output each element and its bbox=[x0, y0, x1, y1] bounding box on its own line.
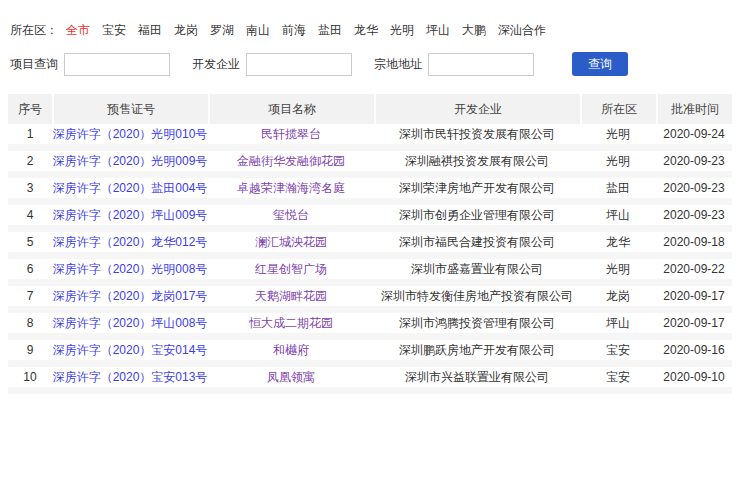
project-name: 红星创智广场 bbox=[208, 261, 374, 278]
column-header-5: 批准时间 bbox=[656, 94, 732, 124]
district-tab-6[interactable]: 前海 bbox=[282, 22, 306, 39]
permit-no: 深房许字（2020）坪山009号 bbox=[52, 207, 208, 224]
row-index: 9 bbox=[8, 343, 52, 357]
project-name-link[interactable]: 民轩揽翠台 bbox=[261, 127, 321, 141]
approval-date: 2020-09-18 bbox=[656, 235, 732, 249]
approval-date: 2020-09-10 bbox=[656, 370, 732, 384]
column-header-3: 开发企业 bbox=[374, 94, 580, 124]
project-name-link[interactable]: 卓越荣津瀚海湾名庭 bbox=[237, 181, 345, 195]
permit-no-link[interactable]: 深房许字（2020）坪山008号 bbox=[53, 316, 208, 330]
district-tab-1[interactable]: 宝安 bbox=[102, 22, 126, 39]
district-tab-2[interactable]: 福田 bbox=[138, 22, 162, 39]
row-index: 1 bbox=[8, 127, 52, 141]
district-tab-all[interactable]: 全市 bbox=[66, 22, 90, 39]
row-index: 10 bbox=[8, 370, 52, 384]
approval-date: 2020-09-24 bbox=[656, 127, 732, 141]
table-row: 1深房许字（2020）光明010号民轩揽翠台深圳市民轩投资发展有限公司光明202… bbox=[8, 124, 732, 151]
permit-no: 深房许字（2020）龙岗017号 bbox=[52, 288, 208, 305]
project-search-input[interactable] bbox=[64, 53, 170, 76]
district-tabs: 全市宝安福田龙岗罗湖南山前海盐田龙华光明坪山大鹏深汕合作 bbox=[66, 22, 558, 39]
row-index: 4 bbox=[8, 208, 52, 222]
permit-no-link[interactable]: 深房许字（2020）光明008号 bbox=[53, 262, 208, 276]
developer: 深圳市特发衡佳房地产投资有限公司 bbox=[374, 288, 580, 305]
project-name: 玺悦台 bbox=[208, 207, 374, 224]
permit-no-link[interactable]: 深房许字（2020）宝安014号 bbox=[53, 343, 208, 357]
district-tab-4[interactable]: 罗湖 bbox=[210, 22, 234, 39]
district: 宝安 bbox=[580, 342, 656, 359]
query-button[interactable]: 查询 bbox=[572, 52, 628, 76]
district-filter-label: 所在区： bbox=[10, 22, 58, 39]
approval-date: 2020-09-23 bbox=[656, 154, 732, 168]
project-name: 澜汇城泱花园 bbox=[208, 234, 374, 251]
table-row: 6深房许字（2020）光明008号红星创智广场深圳市盛嘉置业有限公司光明2020… bbox=[8, 259, 732, 286]
table-row: 3深房许字（2020）盐田004号卓越荣津瀚海湾名庭深圳荣津房地产开发有限公司盐… bbox=[8, 178, 732, 205]
project-name-link[interactable]: 恒大成二期花园 bbox=[249, 316, 333, 330]
district: 光明 bbox=[580, 261, 656, 278]
project-name-link[interactable]: 金融街华发融御花园 bbox=[237, 154, 345, 168]
district: 坪山 bbox=[580, 207, 656, 224]
column-header-2: 项目名称 bbox=[208, 94, 374, 124]
developer-input[interactable] bbox=[246, 53, 352, 76]
developer: 深圳市福民合建投资有限公司 bbox=[374, 234, 580, 251]
approval-date: 2020-09-16 bbox=[656, 343, 732, 357]
developer: 深圳市鸿腾投资管理有限公司 bbox=[374, 315, 580, 332]
permit-no-link[interactable]: 深房许字（2020）光明009号 bbox=[53, 154, 208, 168]
district: 光明 bbox=[580, 126, 656, 143]
permit-no-link[interactable]: 深房许字（2020）龙岗017号 bbox=[53, 289, 208, 303]
project-name: 和樾府 bbox=[208, 342, 374, 359]
district: 盐田 bbox=[580, 180, 656, 197]
column-header-4: 所在区 bbox=[580, 94, 656, 124]
developer-input-label: 开发企业 bbox=[192, 56, 240, 73]
project-search-input-group: 项目查询 bbox=[10, 53, 170, 76]
developer: 深圳鹏跃房地产开发有限公司 bbox=[374, 342, 580, 359]
row-index: 2 bbox=[8, 154, 52, 168]
district-tab-7[interactable]: 盐田 bbox=[318, 22, 342, 39]
table-row: 8深房许字（2020）坪山008号恒大成二期花园深圳市鸿腾投资管理有限公司坪山2… bbox=[8, 313, 732, 340]
permit-no: 深房许字（2020）光明008号 bbox=[52, 261, 208, 278]
column-header-1: 预售证号 bbox=[52, 94, 208, 124]
developer: 深圳荣津房地产开发有限公司 bbox=[374, 180, 580, 197]
project-name-link[interactable]: 澜汇城泱花园 bbox=[255, 235, 327, 249]
table-body: 1深房许字（2020）光明010号民轩揽翠台深圳市民轩投资发展有限公司光明202… bbox=[8, 124, 732, 394]
developer: 深圳市创勇企业管理有限公司 bbox=[374, 207, 580, 224]
permit-no: 深房许字（2020）光明010号 bbox=[52, 126, 208, 143]
parcel-address-input-group: 宗地地址 bbox=[374, 53, 534, 76]
district-tab-9[interactable]: 光明 bbox=[390, 22, 414, 39]
row-index: 7 bbox=[8, 289, 52, 303]
project-name-link[interactable]: 红星创智广场 bbox=[255, 262, 327, 276]
permit-no: 深房许字（2020）光明009号 bbox=[52, 153, 208, 170]
permit-no: 深房许字（2020）龙华012号 bbox=[52, 234, 208, 251]
permit-no-link[interactable]: 深房许字（2020）坪山009号 bbox=[53, 208, 208, 222]
district-tab-11[interactable]: 大鹏 bbox=[462, 22, 486, 39]
permit-no-link[interactable]: 深房许字（2020）宝安013号 bbox=[53, 370, 208, 384]
permit-no-link[interactable]: 深房许字（2020）光明010号 bbox=[53, 127, 208, 141]
project-name: 天鹅湖畔花园 bbox=[208, 288, 374, 305]
project-name: 民轩揽翠台 bbox=[208, 126, 374, 143]
row-index: 8 bbox=[8, 316, 52, 330]
developer-input-group: 开发企业 bbox=[192, 53, 352, 76]
project-name-link[interactable]: 玺悦台 bbox=[273, 208, 309, 222]
project-name-link[interactable]: 凤凰领寓 bbox=[267, 370, 315, 384]
district-tab-8[interactable]: 龙华 bbox=[354, 22, 378, 39]
search-fields: 项目查询开发企业宗地地址 bbox=[10, 53, 556, 76]
developer: 深圳市兴益联置业有限公司 bbox=[374, 369, 580, 386]
approval-date: 2020-09-23 bbox=[656, 208, 732, 222]
permit-no-link[interactable]: 深房许字（2020）龙华012号 bbox=[53, 235, 208, 249]
permit-no-link[interactable]: 深房许字（2020）盐田004号 bbox=[53, 181, 208, 195]
project-name: 恒大成二期花园 bbox=[208, 315, 374, 332]
district-tab-12[interactable]: 深汕合作 bbox=[498, 22, 546, 39]
column-header-0: 序号 bbox=[8, 94, 52, 124]
district-filter: 所在区： 全市宝安福田龙岗罗湖南山前海盐田龙华光明坪山大鹏深汕合作 bbox=[8, 0, 732, 39]
district-tab-5[interactable]: 南山 bbox=[246, 22, 270, 39]
district-tab-10[interactable]: 坪山 bbox=[426, 22, 450, 39]
district: 龙华 bbox=[580, 234, 656, 251]
project-name: 卓越荣津瀚海湾名庭 bbox=[208, 180, 374, 197]
district: 龙岗 bbox=[580, 288, 656, 305]
district-tab-3[interactable]: 龙岗 bbox=[174, 22, 198, 39]
project-name-link[interactable]: 和樾府 bbox=[273, 343, 309, 357]
developer: 深圳融祺投资发展有限公司 bbox=[374, 153, 580, 170]
project-name-link[interactable]: 天鹅湖畔花园 bbox=[255, 289, 327, 303]
approval-date: 2020-09-23 bbox=[656, 181, 732, 195]
parcel-address-input[interactable] bbox=[428, 53, 534, 76]
table-header-row: 序号预售证号项目名称开发企业所在区批准时间 bbox=[8, 94, 732, 124]
